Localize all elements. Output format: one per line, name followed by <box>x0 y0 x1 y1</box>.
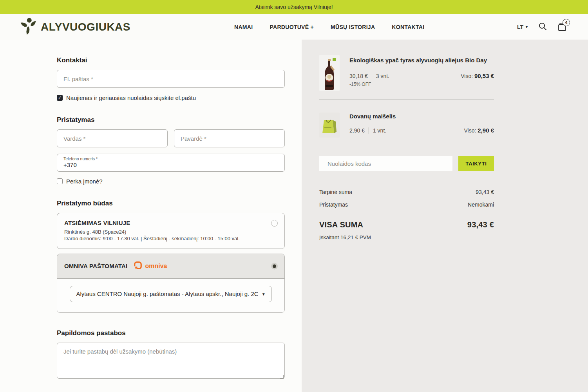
product-image-olive-oil <box>319 55 340 91</box>
omniva-wordmark: omniva <box>145 263 167 270</box>
search-button[interactable] <box>538 22 547 33</box>
company-checkbox-row[interactable]: Perka įmonė? <box>57 178 285 185</box>
phone-field-box[interactable]: Telefono numeris * <box>57 154 285 172</box>
sprout-logo-icon <box>19 17 37 37</box>
product-title: Ekologiškas ypač tyras alyvuogių aliejus… <box>349 57 494 64</box>
pickup-option-address: Rinktinės g. 48B (Space24) <box>64 229 277 235</box>
phone-field-label: Telefono numeris * <box>63 156 278 161</box>
shipping-label: Pristatymas <box>319 201 348 208</box>
main-nav: NAMAI PARDUOTUVĖ + MŪSŲ ISTORIJA KONTAKT… <box>234 24 424 30</box>
omniva-option-body: Alytaus CENTRO Naujoji g. paštomatas - A… <box>57 279 284 312</box>
shopping-bag-icon: 4 <box>557 21 568 33</box>
pickup-option-hours: Darbo dienomis: 9:00 - 17.30 val. | Šešt… <box>64 236 277 241</box>
promo-banner: Atsiimk savo užsakymą Vilniuje! <box>0 0 588 14</box>
coupon-code-input[interactable] <box>319 156 452 171</box>
product-title: Dovanų maišelis <box>349 113 494 120</box>
delivery-method-heading: Pristatymo būdas <box>57 200 285 207</box>
parcel-locker-dropdown[interactable]: Alytaus CENTRO Naujoji g. paštomatas - A… <box>70 286 272 302</box>
company-label: Perka įmonė? <box>66 178 103 185</box>
shipping-row: Pristatymas Nemokami <box>319 201 494 208</box>
unit-price: 2,90 € <box>349 127 365 134</box>
cart-button[interactable]: 4 <box>557 21 568 33</box>
unit-price: 30,18 € <box>349 73 368 79</box>
cart-item-info: Ekologiškas ypač tyras alyvuogių aliejus… <box>349 55 494 91</box>
omniva-radio[interactable] <box>271 263 278 269</box>
parcel-locker-selected-value: Alytaus CENTRO Naujoji g. paštomatas - A… <box>76 290 258 297</box>
quantity: 1 vnt. <box>373 127 386 134</box>
nav-item-namai[interactable]: NAMAI <box>234 24 253 30</box>
language-selector[interactable]: LT ▼ <box>517 24 528 30</box>
cart-item-gift-bag: Dovanų maišelis 2,90 € 1 vnt. Viso: 2,90… <box>319 113 494 138</box>
header: ALYVUOGIUKAS NAMAI PARDUOTUVĖ + MŪSŲ IST… <box>0 14 588 40</box>
cart-item-olive-oil: Ekologiškas ypač tyras alyvuogių aliejus… <box>319 55 494 91</box>
name-fields-row <box>57 129 285 147</box>
apply-coupon-button[interactable]: TAIKYTI <box>458 156 494 171</box>
grand-total-value: 93,43 € <box>467 220 494 229</box>
product-price-row: 30,18 € 3 vnt. Viso: 90,53 € <box>349 73 494 79</box>
nav-item-kontaktai[interactable]: KONTAKTAI <box>392 24 424 30</box>
newsletter-checkbox-row[interactable]: Naujienas ir geriausias nuolaidas siųski… <box>57 94 285 101</box>
delivery-option-pickup[interactable]: ATSIĖMIMAS VILNIUJE Rinktinės g. 48B (Sp… <box>57 213 285 249</box>
line-total-value: 2,90 € <box>478 127 494 134</box>
grand-total-row: VISA SUMA 93,43 € <box>319 220 494 229</box>
price-divider <box>372 73 372 79</box>
price-divider <box>369 127 369 134</box>
omniva-logo: omniva <box>133 261 167 272</box>
line-total-label: Viso: <box>461 73 474 79</box>
discount-badge: -15% OFF <box>349 82 494 87</box>
chevron-down-icon: ▼ <box>525 25 528 29</box>
subtotal-label: Tarpinė suma <box>319 189 352 195</box>
omniva-option-header[interactable]: OMNIVA PAŠTOMATAI omniva <box>57 254 284 279</box>
line-total: Viso: 2,90 € <box>464 127 494 134</box>
order-summary: Ekologiškas ypač tyras alyvuogių aliejus… <box>302 40 588 392</box>
delivery-option-omniva: OMNIVA PAŠTOMATAI omniva <box>57 254 285 313</box>
coupon-row: TAIKYTI <box>319 156 494 171</box>
phone-field[interactable] <box>63 161 278 168</box>
delivery-heading: Pristatymas <box>57 116 285 124</box>
line-total: Viso: 90,53 € <box>461 73 494 79</box>
brand-name: ALYVUOGIUKAS <box>41 21 130 33</box>
line-total-label: Viso: <box>464 127 478 134</box>
pickup-radio[interactable] <box>271 220 278 227</box>
summary-divider <box>319 99 494 100</box>
header-actions: LT ▼ 4 <box>517 21 568 33</box>
omniva-mark-icon <box>133 261 143 272</box>
newsletter-checkbox[interactable] <box>57 95 63 101</box>
newsletter-label: Naujienas ir geriausias nuolaidas siųski… <box>66 94 196 101</box>
contacts-heading: Kontaktai <box>57 56 285 64</box>
checkout-page: Kontaktai Naujienas ir geriausias nuolai… <box>0 40 588 392</box>
notes-heading: Papildomos pastabos <box>57 329 285 337</box>
email-field[interactable] <box>57 70 285 88</box>
omniva-option-title: OMNIVA PAŠTOMATAI <box>64 263 127 269</box>
product-price-row: 2,90 € 1 vnt. Viso: 2,90 € <box>349 127 494 134</box>
language-code: LT <box>517 24 523 30</box>
chevron-down-icon: ▼ <box>262 292 266 296</box>
nav-item-musu-istorija[interactable]: MŪSŲ ISTORIJA <box>331 24 375 30</box>
pickup-option-title: ATSIĖMIMAS VILNIUJE <box>64 220 277 226</box>
nav-item-parduotuve[interactable]: PARDUOTUVĖ + <box>270 24 314 30</box>
promo-banner-text: Atsiimk savo užsakymą Vilniuje! <box>255 4 333 10</box>
order-notes-textarea[interactable] <box>57 343 285 379</box>
checkout-form: Kontaktai Naujienas ir geriausias nuolai… <box>0 40 302 392</box>
cart-count-badge: 4 <box>563 19 570 26</box>
subtotal-value: 93,43 € <box>476 189 494 195</box>
brand-logo[interactable]: ALYVUOGIUKAS <box>19 17 130 37</box>
search-icon <box>538 22 547 33</box>
vat-note: Įskaitant 16,21 € PVM <box>319 234 494 240</box>
line-total-value: 90,53 € <box>474 73 494 79</box>
last-name-field[interactable] <box>174 129 285 147</box>
subtotal-row: Tarpinė suma 93,43 € <box>319 189 494 195</box>
product-image-gift-bag <box>319 113 340 138</box>
company-checkbox[interactable] <box>57 178 63 184</box>
first-name-field[interactable] <box>57 129 168 147</box>
grand-total-label: VISA SUMA <box>319 220 363 229</box>
shipping-value: Nemokami <box>468 201 494 208</box>
cart-item-info: Dovanų maišelis 2,90 € 1 vnt. Viso: 2,90… <box>349 113 494 138</box>
quantity: 3 vnt. <box>376 73 389 79</box>
